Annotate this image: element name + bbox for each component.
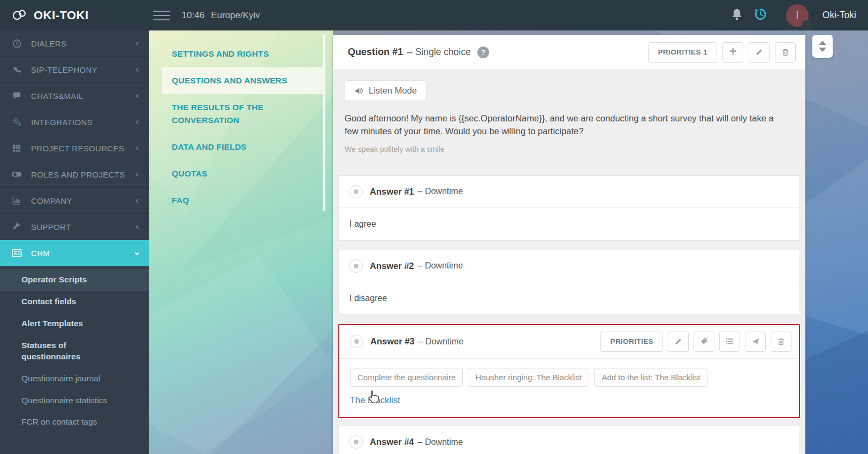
radio-icon	[349, 435, 363, 449]
chevron-left-icon	[134, 198, 140, 204]
reorder-questions-button[interactable]	[812, 35, 833, 58]
sidebar-item-company[interactable]: COMPANY	[0, 188, 149, 214]
sidebar: DIALERS SIP-TELEPHONY CHATS&MAIL INTEGRA…	[0, 30, 149, 454]
script-subnav-panel: SETTINGS AND RIGHTS QUESTIONS AND ANSWER…	[149, 30, 333, 454]
chevron-left-icon	[134, 93, 140, 99]
sort-up-icon	[819, 41, 826, 45]
submenu-item-contact-fields[interactable]: Contact fields	[0, 291, 149, 313]
sidebar-item-integrations[interactable]: INTEGRATIONS	[0, 109, 149, 135]
subnav-item-faq[interactable]: FAQ	[162, 187, 323, 214]
delete-button[interactable]	[775, 42, 796, 63]
sidebar-item-label: ROLES AND PROJECTS	[31, 170, 134, 179]
question-type: – Single choice	[407, 47, 471, 58]
clock: 10:46 Europe/Kyiv	[182, 10, 260, 21]
question-card: Question #1 – Single choice ? PRIORITIES…	[333, 35, 805, 454]
sidebar-item-project-resources[interactable]: PROJECT RESOURCES	[0, 135, 149, 161]
radio-icon	[349, 259, 363, 273]
subnav-item-questions-and-answers[interactable]: QUESTIONS AND ANSWERS	[162, 67, 323, 94]
submenu-item-statuses-of-questionnaires[interactable]: Statuses of questionnaires	[0, 335, 149, 368]
user-avatar[interactable]: I	[786, 4, 809, 27]
tags-button[interactable]	[694, 332, 714, 352]
answer-header: Answer #3 – Downtime PRIORITIES	[339, 325, 799, 359]
grid-icon	[10, 143, 23, 153]
sidebar-item-label: COMPANY	[31, 196, 134, 205]
automation-tag: Add to the list: The Blacklist	[594, 368, 707, 387]
priorities-button[interactable]: PRIORITIES 1	[648, 42, 717, 63]
crm-card-icon	[10, 249, 23, 258]
submenu-label: Contact fields	[21, 297, 76, 306]
history-button[interactable]	[749, 7, 772, 24]
pencil-icon	[755, 48, 764, 57]
question-note: We speak politely with a smile	[345, 145, 801, 153]
radio-icon	[350, 335, 363, 348]
wrench-icon	[10, 222, 23, 232]
answer-card-2: Answer #2 – Downtime I disagree	[338, 250, 800, 315]
timezone-value: Europe/Kyiv	[211, 10, 260, 21]
answer-type: – Downtime	[418, 187, 463, 196]
edit-button[interactable]	[749, 42, 770, 63]
answer-type: – Downtime	[418, 261, 463, 271]
listen-mode-label: Listen Mode	[369, 86, 417, 96]
blacklist-link[interactable]: The Blacklist	[350, 395, 400, 405]
submenu-label: Operator Scripts	[21, 275, 87, 284]
sidebar-item-label: CRM	[31, 249, 134, 258]
radio-icon	[349, 185, 363, 198]
answer-actions: PRIORITIES	[600, 332, 791, 352]
listen-mode-button[interactable]: Listen Mode	[345, 80, 427, 101]
subnav-item-settings-and-rights[interactable]: SETTINGS AND RIGHTS	[162, 41, 323, 67]
list-button[interactable]	[719, 332, 740, 352]
sidebar-item-sip-telephony[interactable]: SIP-TELEPHONY	[0, 57, 149, 83]
submenu-item-questionnaire-journal[interactable]: Questionnaire journal	[0, 368, 149, 390]
answer-type: – Downtime	[418, 337, 463, 347]
add-button[interactable]: +	[722, 42, 743, 63]
answer-card-1: Answer #1 – Downtime I agree	[338, 175, 800, 241]
submenu-label: Alert Templates	[21, 319, 83, 328]
answer-header: Answer #2 – Downtime	[339, 250, 800, 282]
sidebar-item-dialers[interactable]: DIALERS	[0, 30, 149, 57]
app-logo[interactable]: OKI-TOKI	[11, 7, 89, 24]
chevron-left-icon	[134, 172, 140, 178]
menu-toggle-icon[interactable]	[153, 10, 170, 21]
tag-icon	[699, 337, 709, 346]
submenu-item-questionnaire-statistics[interactable]: Questionnaire statistics	[0, 390, 149, 412]
help-icon[interactable]: ?	[477, 47, 489, 58]
chat-icon	[10, 91, 23, 101]
answers-list: Answer #1 – Downtime I agree Answer #2 –…	[338, 175, 801, 454]
sidebar-item-crm[interactable]: CRM	[0, 240, 149, 266]
sidebar-item-chats-mail[interactable]: CHATS&MAIL	[0, 83, 149, 109]
topbar: OKI-TOKI 10:46 Europe/Kyiv	[0, 0, 868, 30]
answer-header: Answer #1 – Downtime	[339, 176, 800, 208]
crm-submenu: Operator Scripts Contact fields Alert Te…	[0, 266, 149, 436]
delete-button[interactable]	[771, 332, 791, 352]
submenu-item-fcr-on-contact-tags[interactable]: FCR on contact tags	[0, 411, 149, 433]
subnav-scrollbar[interactable]	[323, 35, 325, 211]
avatar-status-dot	[802, 20, 812, 30]
trash-icon	[776, 337, 786, 347]
sidebar-item-support[interactable]: SUPPORT	[0, 214, 149, 240]
question-body: Listen Mode Good afternoon! My name is {…	[333, 70, 805, 454]
clock-icon	[10, 39, 23, 49]
submenu-label: Questionnaire journal	[21, 374, 100, 383]
subnav-item-results-of-conversation[interactable]: THE RESULTS OF THE CONVERSATION	[162, 94, 323, 134]
sidebar-item-roles-and-projects[interactable]: ROLES AND PROJECTS	[0, 161, 149, 188]
topbar-right: I Oki-Toki	[725, 4, 868, 27]
sidebar-item-label: DIALERS	[31, 39, 134, 48]
answer-card-4: Answer #4 – Downtime	[338, 426, 800, 454]
submenu-label: FCR on contact tags	[21, 417, 97, 426]
subnav-item-data-and-fields[interactable]: DATA AND FIELDS	[162, 134, 323, 160]
subnav-item-quotas[interactable]: QUOTAS	[162, 160, 323, 187]
time-value: 10:46	[182, 10, 205, 21]
edit-button[interactable]	[668, 332, 689, 352]
notifications-button[interactable]	[725, 7, 749, 24]
priorities-button[interactable]: PRIORITIES	[600, 332, 663, 352]
submenu-label: Questionnaire statistics	[21, 396, 107, 405]
trash-icon	[781, 48, 790, 57]
submenu-item-alert-templates[interactable]: Alert Templates	[0, 313, 149, 335]
send-button[interactable]	[745, 332, 766, 352]
account-name: Oki-Toki	[823, 10, 856, 21]
submenu-item-operator-scripts[interactable]: Operator Scripts	[0, 269, 149, 291]
speaker-icon	[354, 87, 364, 95]
phone-icon	[10, 65, 23, 75]
answer-title: Answer #1	[370, 187, 414, 197]
app-window: OKI-TOKI 10:46 Europe/Kyiv	[0, 0, 868, 454]
